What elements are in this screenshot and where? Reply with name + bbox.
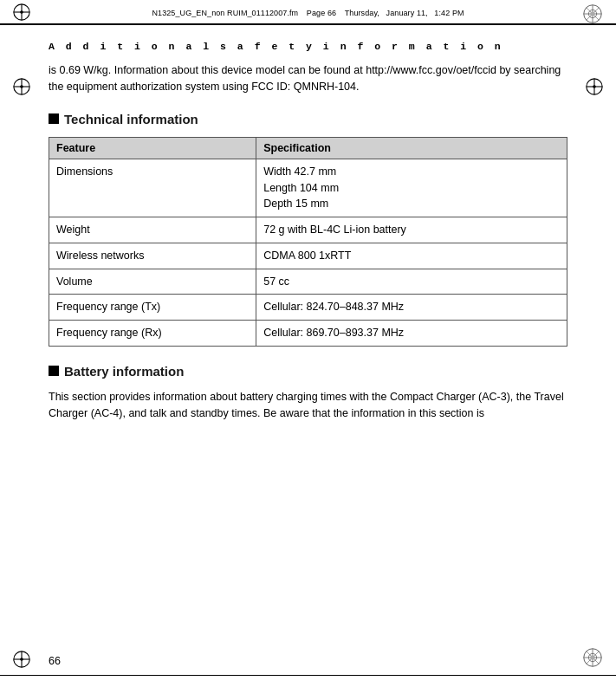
technical-section-title: Technical information <box>49 112 567 126</box>
table-cell-feature: Weight <box>49 217 256 243</box>
header-text: N1325_UG_EN_non RUIM_01112007.fm Page 66… <box>7 5 609 18</box>
header-weekday: Thursday, <box>345 9 379 17</box>
table-header-feature: Feature <box>49 137 256 159</box>
table-cell-feature: Volume <box>49 269 256 295</box>
section-heading: A d d i t i o n a l s a f e t y i n f o … <box>49 41 567 52</box>
battery-section-title: Battery information <box>49 364 567 379</box>
table-row: DimensionsWidth 42.7 mmLength 104 mmDept… <box>49 159 567 217</box>
table-cell-specification: CDMA 800 1xRTT <box>256 243 567 269</box>
intro-text: is 0.69 W/kg. Information about this dev… <box>49 62 567 96</box>
table-header-specification: Specification <box>256 137 567 159</box>
table-cell-feature: Dimensions <box>49 159 256 217</box>
right-reg-mark-bottom <box>581 646 604 669</box>
header-reg-mark-left <box>12 3 31 24</box>
table-row: Frequency range (Rx)Cellular: 869.70–893… <box>49 321 567 347</box>
right-reg-mark-top <box>585 77 604 96</box>
left-reg-mark-top <box>12 77 31 96</box>
table-cell-specification: 72 g with BL-4C Li-ion battery <box>256 217 567 243</box>
table-cell-feature: Frequency range (Rx) <box>49 321 256 347</box>
svg-point-3 <box>20 10 23 14</box>
table-row: Frequency range (Tx)Cellular: 824.70–848… <box>49 295 567 321</box>
table-cell-specification: Width 42.7 mmLength 104 mmDepth 15 mm <box>256 159 567 217</box>
header-filename: N1325_UG_EN_non RUIM_01112007.fm <box>152 9 298 17</box>
header-reg-mark-right <box>581 3 604 28</box>
table-cell-specification: Cellular: 824.70–848.37 MHz <box>256 295 567 321</box>
table-row: Wireless networksCDMA 800 1xRTT <box>49 243 567 269</box>
table-cell-feature: Frequency range (Tx) <box>49 295 256 321</box>
table-row: Volume57 cc <box>49 269 567 295</box>
main-content: A d d i t i o n a l s a f e t y i n f o … <box>0 25 616 438</box>
footer-rule <box>0 675 616 676</box>
table-row: Weight72 g with BL-4C Li-ion battery <box>49 217 567 243</box>
battery-section: Battery information This section provide… <box>49 364 567 423</box>
svg-point-22 <box>20 658 23 661</box>
battery-bullet-square <box>49 366 59 376</box>
header-page-label: Page 66 <box>307 9 336 17</box>
technical-table: Feature Specification DimensionsWidth 42… <box>49 137 567 347</box>
left-reg-mark-bottom <box>12 650 31 669</box>
header-bar: N1325_UG_EN_non RUIM_01112007.fm Page 66… <box>0 0 616 24</box>
table-cell-specification: 57 cc <box>256 269 567 295</box>
table-cell-feature: Wireless networks <box>49 243 256 269</box>
header-time: 1:42 PM <box>434 9 464 17</box>
battery-text: This section provides information about … <box>49 389 567 423</box>
table-cell-specification: Cellular: 869.70–893.37 MHz <box>256 321 567 347</box>
svg-point-29 <box>590 655 595 660</box>
bullet-square <box>49 113 59 124</box>
table-header-row: Feature Specification <box>49 137 567 159</box>
page-number: 66 <box>49 655 61 667</box>
svg-point-10 <box>590 11 595 16</box>
svg-point-14 <box>20 85 23 88</box>
header-date: January 11, <box>386 9 428 17</box>
svg-point-18 <box>593 85 596 88</box>
